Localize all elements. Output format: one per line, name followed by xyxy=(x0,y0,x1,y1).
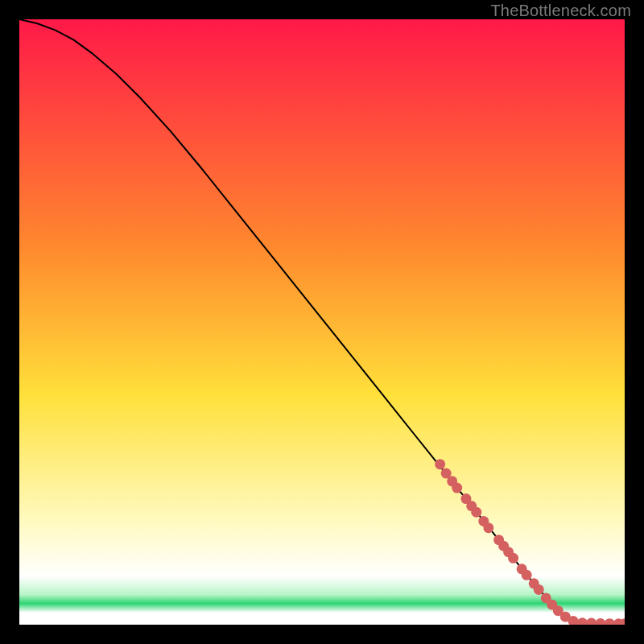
data-dot xyxy=(435,459,445,469)
data-dot xyxy=(522,570,532,580)
data-dot xyxy=(471,507,481,518)
data-dot xyxy=(452,483,462,493)
attribution-label: TheBottleneck.com xyxy=(490,2,631,20)
chart-plot xyxy=(19,19,625,625)
data-dot xyxy=(483,522,493,533)
chart-svg xyxy=(19,19,625,625)
data-dot xyxy=(508,553,518,564)
data-dot xyxy=(534,584,544,595)
stage: TheBottleneck.com xyxy=(0,0,644,644)
gradient-background xyxy=(19,19,625,625)
